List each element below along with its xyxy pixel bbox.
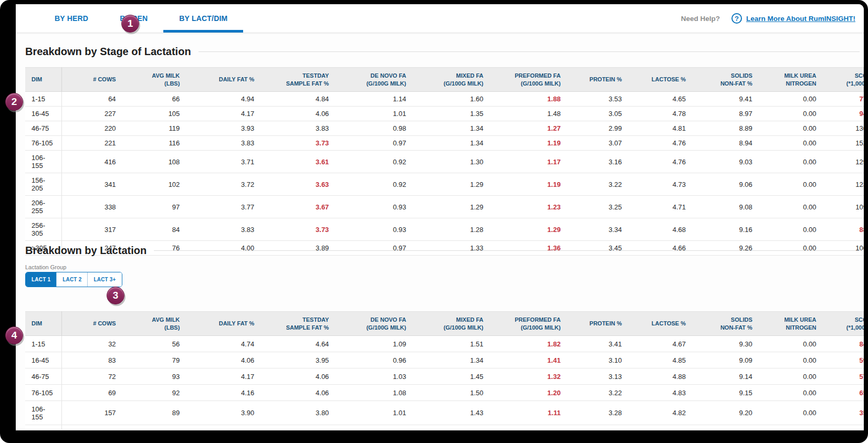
cell-mun: 0.00 [759,92,823,107]
table-row: 206-255338973.773.670.931.291.233.254.71… [25,196,864,218]
cell-de_novo_fa: 0.93 [335,196,412,218]
cell-testday_fat: 4.64 [260,336,335,352]
cell-mixed_fa: 1.35 [412,107,489,121]
cell-preformed_fa: 1.13 [490,425,567,430]
cell-daily_fat: 3.90 [186,401,260,425]
table-row: 46-7572934.174.061.031.451.323.134.889.1… [25,368,864,385]
column-header-daily_fat: DAILY FAT % [186,312,260,336]
cell-de_novo_fa: 0.96 [335,352,412,368]
table-row: 16-4583794.063.950.961.341.413.104.859.0… [25,352,864,368]
cell-cows: 157 [62,401,122,425]
cell-daily_fat: 3.83 [186,218,260,241]
cell-mixed_fa: 1.50 [412,385,489,401]
column-header-mun: MILK UREANITROGEN [759,68,823,92]
callout-badge-3: 3 [107,287,124,304]
cell-cows: 317 [62,218,122,241]
cell-mun: 0.00 [759,173,823,196]
cell-cows: 126 [62,425,122,430]
cell-mun: 0.00 [759,425,823,430]
cell-preformed_fa: 1.29 [490,218,567,241]
cell-scc: 35 [823,401,864,425]
cell-scc: 109 [823,196,864,218]
cell-avg_milk: 66 [122,92,186,107]
column-header-cows: # COWS [62,68,122,92]
cell-testday_fat: 3.61 [260,151,335,173]
cell-mixed_fa: 1.43 [412,401,489,425]
cell-dim: 46-75 [25,368,62,385]
cell-protein: 2.99 [567,121,629,136]
cell-testday_fat: 3.73 [260,136,335,151]
cell-testday_fat: 3.95 [260,352,335,368]
cell-dim: 206-255 [25,196,62,218]
column-header-scc: SCC(*1,000) [823,312,864,336]
cell-avg_milk: 116 [122,136,186,151]
cell-protein: 3.07 [567,136,629,151]
cell-de_novo_fa: 1.04 [335,425,412,430]
learn-more-group: ? Learn More About RumINSIGHT! [731,13,855,24]
table-header-row: DIM# COWSAVG MILK(LBS)DAILY FAT %TESTDAY… [25,312,864,336]
cell-testday_fat: 3.80 [260,401,335,425]
cell-de_novo_fa: 1.01 [335,107,412,121]
cell-protein: 3.28 [567,401,629,425]
cell-mixed_fa: 1.45 [412,368,489,385]
cell-mun: 0.00 [759,136,823,151]
cell-cows: 32 [62,336,122,352]
tab-by-herd[interactable]: BY HERD [39,4,104,33]
cell-testday_fat: 3.83 [260,121,335,136]
cell-avg_milk: 92 [122,385,186,401]
column-header-lactose: LACTOSE % [628,312,692,336]
help-question-icon[interactable]: ? [731,13,742,24]
cell-lactose: 4.76 [628,151,692,173]
column-header-protein: PROTEIN % [567,68,629,92]
cell-testday_fat: 3.88 [260,425,335,430]
cell-mixed_fa: 1.60 [412,92,489,107]
cell-daily_fat: 3.99 [186,425,260,430]
lact-group-button-lact-2[interactable]: LACT 2 [57,272,88,287]
tab-by-lact-dim[interactable]: BY LACT/DIM [163,4,243,33]
cell-daily_fat: 3.93 [186,121,260,136]
cell-scc: 59 [823,352,864,368]
lact-group-button-lact-3-[interactable]: LACT 3+ [88,272,121,287]
cell-cows: 416 [62,151,122,173]
cell-preformed_fa: 1.27 [490,121,567,136]
cell-testday_fat: 4.84 [260,92,335,107]
table-row: 76-1052211163.833.730.971.341.193.074.76… [25,136,864,151]
column-header-snf: SOLIDSNON-FAT % [692,312,759,336]
column-header-scc: SCC(*1,000) [823,68,864,92]
lact-group-button-lact-1[interactable]: LACT 1 [26,272,57,287]
column-header-preformed_fa: PREFORMED FA(G/100G MILK) [490,68,567,92]
table-row: 106-1554161083.713.610.921.301.173.164.7… [25,151,864,173]
cell-lactose: 4.68 [628,218,692,241]
cell-cows: 338 [62,196,122,218]
cell-lactose: 4.73 [628,173,692,196]
cell-daily_fat: 4.94 [186,92,260,107]
cell-de_novo_fa: 0.93 [335,218,412,241]
section-title-lactation: Breakdown by Lactation [25,245,860,257]
cell-snf: 8.97 [692,107,759,121]
cell-snf: 9.08 [692,196,759,218]
column-header-lactose: LACTOSE % [628,68,692,92]
callout-badge-4: 4 [5,326,23,344]
cell-de_novo_fa: 1.01 [335,401,412,425]
cell-protein: 3.38 [567,425,629,430]
table-row: 1-1532564.744.641.091.511.823.414.679.30… [25,336,864,352]
column-header-testday_fat: TESTDAYSAMPLE FAT % [260,312,335,336]
cell-snf: 8.89 [692,121,759,136]
cell-scc: 152 [823,136,864,151]
column-header-daily_fat: DAILY FAT % [186,68,260,92]
cell-cows: 69 [62,385,122,401]
cell-cows: 341 [62,173,122,196]
cell-mun: 0.00 [759,151,823,173]
column-header-cows: # COWS [62,312,122,336]
cell-daily_fat: 4.74 [186,336,260,352]
cell-dim: 1-15 [25,92,62,107]
learn-more-link[interactable]: Learn More About RumINSIGHT! [746,15,855,23]
cell-avg_milk: 89 [122,425,186,430]
cell-avg_milk: 93 [122,368,186,385]
cell-snf: 9.09 [692,352,759,368]
cell-mixed_fa: 1.34 [412,121,489,136]
cell-scc: 100 [823,425,864,430]
by-lactation-table: DIM# COWSAVG MILK(LBS)DAILY FAT %TESTDAY… [25,311,864,430]
cell-snf: 9.14 [692,368,759,385]
column-header-de_novo_fa: DE NOVO FA(G/100G MILK) [335,68,412,92]
